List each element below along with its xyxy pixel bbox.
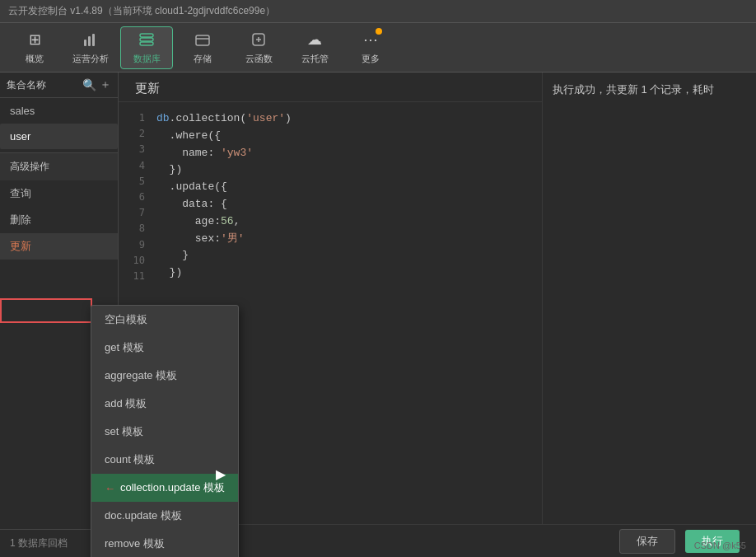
advanced-ops-header[interactable]: 高级操作 xyxy=(0,153,118,180)
sidebar-item-sales[interactable]: sales xyxy=(0,98,118,124)
search-label: 集合名称 xyxy=(7,78,79,92)
overview-icon: ⊞ xyxy=(25,30,44,49)
functions-icon xyxy=(249,30,268,49)
toolbar-database[interactable]: 数据库 xyxy=(120,26,173,69)
toolbar-hosting-label: 云托管 xyxy=(301,53,329,65)
analytics-icon xyxy=(81,30,100,49)
dropdown-item-doc-update[interactable]: doc.update 模板 xyxy=(91,502,238,530)
sidebar-search-bar: 集合名称 🔍 ＋ xyxy=(0,73,118,98)
sidebar-op-query[interactable]: 查询 xyxy=(0,180,118,207)
toolbar-analytics[interactable]: 运营分析 xyxy=(64,26,117,69)
sidebar-advanced-section: 高级操作 查询 删除 更新 xyxy=(0,152,118,260)
search-icon[interactable]: 🔍 xyxy=(82,78,96,91)
toolbar-more-label: 更多 xyxy=(362,53,380,65)
template-dropdown: 空白模板 get 模板 aggregate 模板 add 模板 set 模板 c… xyxy=(91,305,239,557)
dropdown-item-count[interactable]: count 模板 xyxy=(91,446,238,474)
sidebar-op-delete[interactable]: 删除 xyxy=(0,207,118,233)
dropdown-item-get[interactable]: get 模板 xyxy=(91,334,238,362)
svg-rect-2 xyxy=(92,34,95,46)
toolbar-overview[interactable]: ⊞ 概览 xyxy=(8,26,61,69)
result-panel: 执行成功，共更新 1 个记录，耗时 xyxy=(542,73,756,524)
dropdown-item-aggregate[interactable]: aggregate 模板 xyxy=(91,362,238,390)
bottom-right-label: CSDN @k55 xyxy=(694,541,746,550)
sidebar-item-user[interactable]: user xyxy=(0,124,118,149)
toolbar-hosting[interactable]: ☁ 云托管 xyxy=(288,26,341,69)
dropdown-item-remove[interactable]: remove 模板 xyxy=(91,530,238,557)
database-icon xyxy=(137,30,156,49)
toolbar-more[interactable]: ⋯ 更多 xyxy=(344,26,397,69)
hosting-icon: ☁ xyxy=(305,30,324,49)
save-button[interactable]: 保存 xyxy=(619,529,675,554)
title-text: 云开发控制台 v1.4.89（当前环境 cloud1-2gdjrvddfc6ce… xyxy=(8,4,275,18)
svg-rect-4 xyxy=(140,38,153,41)
sidebar-op-update[interactable]: 更新 xyxy=(0,233,118,260)
storage-icon xyxy=(193,30,212,49)
dropdown-item-collection-update[interactable]: ← collection.update 模板 xyxy=(91,474,238,502)
dropdown-item-empty[interactable]: 空白模板 xyxy=(91,306,238,334)
toolbar-database-label: 数据库 xyxy=(133,53,161,65)
advanced-ops-label: 高级操作 xyxy=(10,161,49,172)
svg-rect-0 xyxy=(84,40,86,46)
toolbar: ⊞ 概览 运营分析 数据库 存储 xyxy=(0,23,756,73)
svg-rect-5 xyxy=(140,42,153,45)
toolbar-functions[interactable]: 云函数 xyxy=(232,26,285,69)
toolbar-analytics-label: 运营分析 xyxy=(72,53,109,65)
dropdown-item-add[interactable]: add 模板 xyxy=(91,390,238,418)
toolbar-storage[interactable]: 存储 xyxy=(176,26,229,69)
add-collection-icon[interactable]: ＋ xyxy=(100,77,111,92)
toolbar-overview-label: 概览 xyxy=(26,53,44,65)
svg-rect-1 xyxy=(88,36,91,46)
dropdown-item-set[interactable]: set 模板 xyxy=(91,418,238,446)
more-icon: ⋯ xyxy=(361,30,380,49)
toolbar-functions-label: 云函数 xyxy=(245,53,273,65)
arrow-left-icon: ← xyxy=(105,482,115,494)
result-text: 执行成功，共更新 1 个记录，耗时 xyxy=(553,83,714,96)
title-bar: 云开发控制台 v1.4.89（当前环境 cloud1-2gdjrvddfc6ce… xyxy=(0,0,756,23)
svg-rect-3 xyxy=(140,34,153,37)
toolbar-storage-label: 存储 xyxy=(194,53,212,65)
svg-rect-6 xyxy=(196,35,209,45)
